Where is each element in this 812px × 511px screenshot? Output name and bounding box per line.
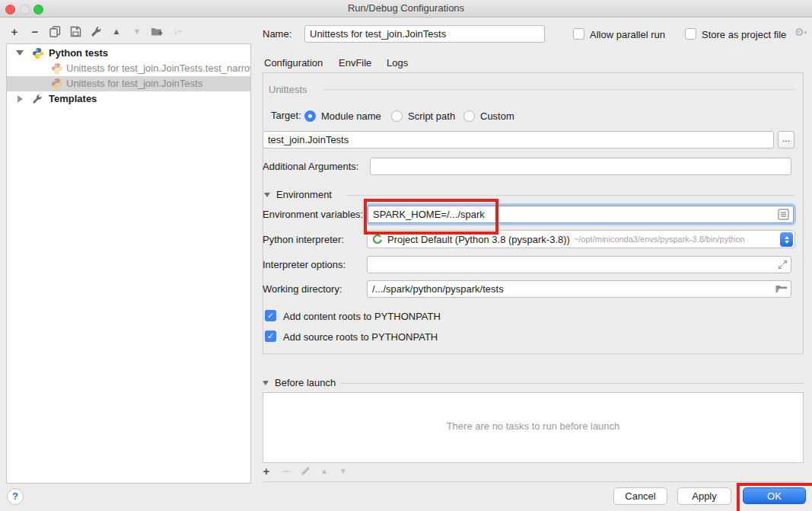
remove-task-icon: − [279,463,294,478]
add-content-roots-label: Add content roots to PYTHONPATH [283,311,441,322]
allow-parallel-run-label: Allow parallel run [590,29,665,40]
edit-templates-icon[interactable] [88,24,103,39]
collapse-before-launch-icon[interactable] [263,381,269,385]
python-interpreter-select[interactable]: Project Default (Python 3.8 (pyspark-3.8… [367,230,795,248]
tree-item-unittests-test-narrow[interactable]: Unittests for test_join.JoinTests.test_n… [7,61,250,76]
environment-variables-label: Environment variables: [263,209,363,220]
folder-icon[interactable] [775,283,788,297]
name-label: Name: [263,28,291,40]
conda-env-icon [372,234,383,244]
environment-section-label: Environment [276,189,332,200]
section-divider [323,89,796,90]
add-icon[interactable]: + [7,24,22,39]
python-interpreter-label: Python interpreter: [263,234,344,245]
section-divider [341,383,804,384]
module-name-input[interactable] [263,131,774,149]
copy-icon[interactable] [47,24,62,39]
allow-parallel-run-checkbox[interactable] [573,28,584,40]
chevron-right-icon[interactable] [18,95,23,103]
tree-item-unittests-jointests-selected[interactable]: Unittests for test_join.JoinTests [7,76,250,91]
gear-icon[interactable]: ⚙▾ [794,26,807,38]
tree-item-label[interactable]: Unittests for test_join.JoinTests [66,78,202,89]
tab-envfile[interactable]: EnvFile [339,53,371,72]
add-content-roots-checkbox[interactable]: ✓ [265,310,276,321]
save-icon[interactable] [68,24,83,39]
additional-arguments-label: Additional Arguments: [263,161,358,172]
ok-button[interactable]: OK [743,487,806,504]
browse-module-button[interactable]: ... [778,131,794,149]
templates-icon [32,94,44,106]
add-task-icon[interactable]: + [259,463,274,478]
tree-item-label[interactable]: Python tests [49,47,108,59]
help-button[interactable]: ? [7,488,24,505]
move-task-down-icon: ▼ [336,463,351,478]
title-bar: Run/Debug Configurations [0,0,812,18]
new-folder-icon[interactable] [149,24,164,39]
move-task-up-icon: ▲ [317,463,332,478]
expand-field-icon[interactable] [778,259,788,273]
target-custom-radio[interactable] [463,110,475,122]
tree-item-label[interactable]: Unittests for test_join.JoinTests.test_n… [66,62,250,74]
configurations-tree: Python tests Unittests for test_join.Joi… [6,43,251,484]
footer-divider [263,481,804,482]
collapse-environment-icon[interactable] [264,193,270,197]
working-directory-input[interactable] [367,280,791,298]
working-directory-label: Working directory: [263,283,342,295]
window-title: Run/Debug Configurations [0,2,812,14]
target-label: Target: [271,110,301,121]
target-module-name-label: Module name [321,110,381,122]
name-input[interactable] [304,25,545,43]
tab-configuration[interactable]: Configuration [264,53,323,75]
tree-item-python-tests[interactable]: Python tests [7,46,250,61]
cancel-button[interactable]: Cancel [613,487,667,505]
python-tests-icon [32,47,44,59]
python-test-config-icon [51,78,63,90]
move-up-icon[interactable]: ▲ [109,24,124,39]
target-script-path-label: Script path [408,110,455,122]
unittests-section-label: Unittests [269,84,307,95]
python-interpreter-value: Project Default (Python 3.8 (pyspark-3.8… [387,234,570,245]
tree-item-templates[interactable]: Templates [7,91,250,107]
chevron-down-icon[interactable] [16,50,24,56]
edit-task-icon [298,463,313,478]
target-module-name-radio[interactable] [304,110,316,122]
target-custom-label: Custom [480,110,514,122]
interpreter-options-label: Interpreter options: [263,259,345,270]
apply-button[interactable]: Apply [677,487,731,505]
environment-variables-input[interactable] [368,206,794,223]
tab-logs[interactable]: Logs [387,53,408,72]
before-launch-empty-message: There are no tasks to run before launch [263,420,803,432]
move-down-icon: ▼ [129,24,145,39]
before-launch-section-label: Before launch [275,377,336,388]
add-source-roots-label: Add source roots to PYTHONPATH [283,331,438,343]
dropdown-stepper-icon[interactable] [780,232,793,247]
python-test-config-icon [51,62,63,75]
store-as-project-file-checkbox[interactable] [685,28,696,40]
target-script-path-radio[interactable] [391,110,403,122]
section-divider [346,195,796,196]
store-as-project-file-label: Store as project file [702,29,786,40]
tree-item-label[interactable]: Templates [49,93,97,104]
browse-env-vars-icon[interactable] [778,209,789,223]
run-debug-configurations-dialog: Run/Debug Configurations + − ▲ ▼ ↓ᵃᶻ Pyt… [0,0,812,511]
python-interpreter-path: ~/opt/miniconda3/envs/pyspark-3.8/bin/py… [574,235,745,244]
remove-icon[interactable]: − [27,24,43,39]
sort-alphabetically-icon: ↓ᵃᶻ [170,24,185,39]
add-source-roots-checkbox[interactable]: ✓ [265,331,276,342]
before-launch-task-list: There are no tasks to run before launch [263,392,804,463]
interpreter-options-input[interactable] [367,256,791,273]
additional-arguments-input[interactable] [370,158,791,175]
